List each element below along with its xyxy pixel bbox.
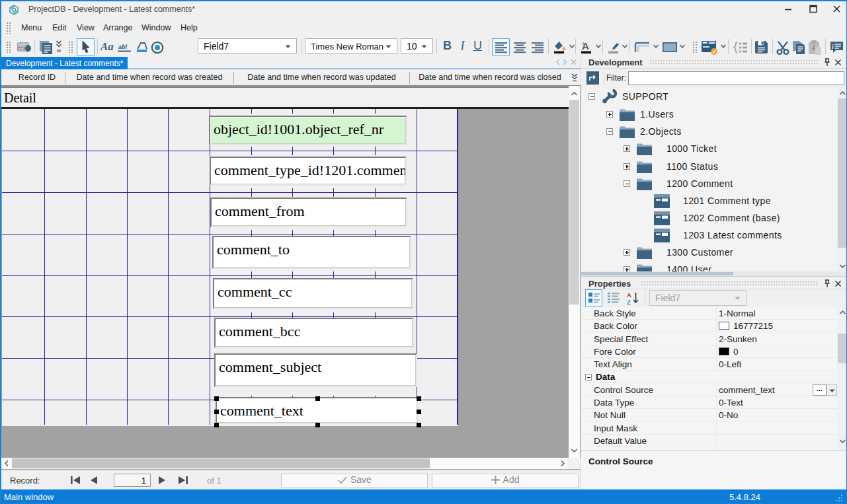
svg-text:A: A [627, 291, 631, 299]
svg-text:Z: Z [627, 299, 631, 305]
svg-text:abl: abl [118, 44, 128, 50]
